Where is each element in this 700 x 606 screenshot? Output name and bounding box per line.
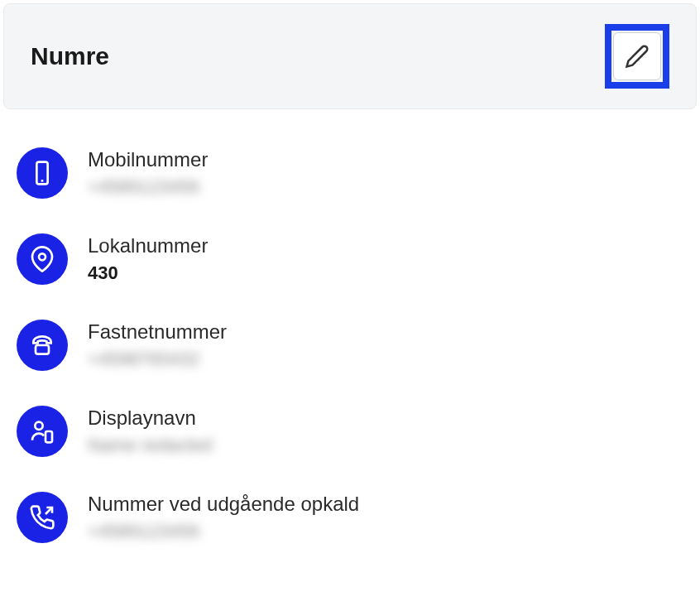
numbers-panel: Numre Mobilnummer +4589123456 Lo xyxy=(0,3,700,589)
pencil-icon xyxy=(625,44,650,69)
svg-rect-3 xyxy=(36,345,49,354)
list-item: Mobilnummer +4589123456 xyxy=(17,136,683,210)
person-phone-icon xyxy=(17,406,68,457)
item-label: Fastnetnummer xyxy=(88,320,227,344)
item-value: Name redacted xyxy=(88,435,212,456)
edit-button[interactable] xyxy=(613,32,661,80)
item-content: Fastnetnummer +4598765432 xyxy=(88,320,227,370)
item-label: Mobilnummer xyxy=(88,148,208,171)
svg-point-10 xyxy=(35,422,42,430)
mobile-icon xyxy=(17,147,68,199)
item-value: +4589123456 xyxy=(88,176,208,198)
list-item: Lokalnummer 430 xyxy=(17,222,683,296)
landline-icon xyxy=(17,320,68,371)
panel-title: Numre xyxy=(31,42,109,70)
item-content: Lokalnummer 430 xyxy=(88,234,208,284)
svg-rect-11 xyxy=(46,431,52,442)
panel-header: Numre xyxy=(3,3,697,109)
svg-point-2 xyxy=(39,253,46,260)
item-value: +4589123456 xyxy=(88,521,359,542)
numbers-list: Mobilnummer +4589123456 Lokalnummer 430 … xyxy=(0,113,700,589)
list-item: Nummer ved udgående opkald +4589123456 xyxy=(17,480,683,555)
item-label: Nummer ved udgående opkald xyxy=(88,493,359,516)
outgoing-call-icon xyxy=(17,492,68,543)
pin-icon xyxy=(17,233,68,285)
list-item: Displaynavn Name redacted xyxy=(17,394,683,469)
item-label: Lokalnummer xyxy=(88,234,208,257)
item-content: Mobilnummer +4589123456 xyxy=(88,148,208,198)
item-label: Displaynavn xyxy=(88,406,212,430)
item-content: Displaynavn Name redacted xyxy=(88,406,212,456)
list-item: Fastnetnummer +4598765432 xyxy=(17,308,683,382)
item-content: Nummer ved udgående opkald +4589123456 xyxy=(88,493,359,542)
edit-highlight xyxy=(605,24,669,89)
item-value: +4598765432 xyxy=(88,349,227,370)
item-value: 430 xyxy=(88,262,208,284)
